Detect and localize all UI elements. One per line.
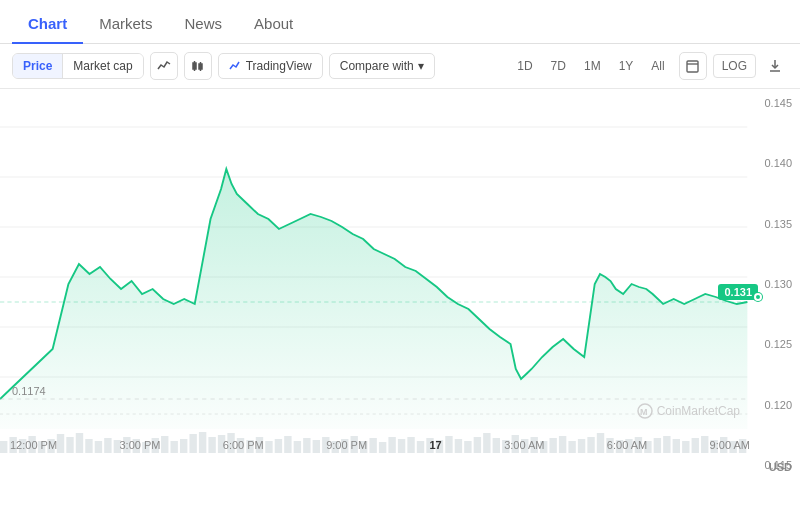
x-label-600am: 6:00 AM bbox=[607, 439, 647, 451]
price-dot bbox=[754, 293, 762, 301]
time-all[interactable]: All bbox=[643, 55, 672, 77]
time-1d[interactable]: 1D bbox=[509, 55, 540, 77]
line-chart-icon[interactable] bbox=[150, 52, 178, 80]
current-price-badge: 0.131 bbox=[718, 284, 758, 300]
tradingview-button[interactable]: TradingView bbox=[218, 53, 323, 79]
download-button[interactable] bbox=[762, 53, 788, 79]
time-7d[interactable]: 7D bbox=[543, 55, 574, 77]
price-marketcap-group: Price Market cap bbox=[12, 53, 144, 79]
price-chart bbox=[0, 89, 800, 479]
svg-rect-0 bbox=[193, 63, 196, 69]
time-period-group: 1D 7D 1M 1Y All bbox=[509, 55, 672, 77]
svg-rect-3 bbox=[199, 64, 202, 69]
x-label-17: 17 bbox=[430, 439, 442, 451]
low-price-label: 0.1174 bbox=[12, 385, 46, 397]
log-button[interactable]: LOG bbox=[713, 54, 756, 78]
chart-area: 0.145 0.140 0.135 0.130 0.125 0.120 0.11… bbox=[0, 89, 800, 479]
tab-news[interactable]: News bbox=[169, 5, 239, 44]
x-label-900pm: 9:00 PM bbox=[326, 439, 367, 451]
coinmarketcap-watermark: M CoinMarketCap bbox=[637, 403, 740, 419]
x-label-300am: 3:00 AM bbox=[504, 439, 544, 451]
compare-button[interactable]: Compare with ▾ bbox=[329, 53, 435, 79]
candle-chart-icon[interactable] bbox=[184, 52, 212, 80]
watermark-text: CoinMarketCap bbox=[657, 404, 740, 418]
time-1m[interactable]: 1M bbox=[576, 55, 609, 77]
chevron-down-icon: ▾ bbox=[418, 59, 424, 73]
svg-rect-6 bbox=[687, 61, 698, 72]
tab-chart[interactable]: Chart bbox=[12, 5, 83, 44]
time-1y[interactable]: 1Y bbox=[611, 55, 642, 77]
fullscreen-icon[interactable] bbox=[679, 52, 707, 80]
x-label-600pm: 6:00 PM bbox=[223, 439, 264, 451]
tradingview-label: TradingView bbox=[246, 59, 312, 73]
chart-toolbar: Price Market cap TradingView Compare wit… bbox=[0, 44, 800, 89]
compare-label: Compare with bbox=[340, 59, 414, 73]
tab-markets[interactable]: Markets bbox=[83, 5, 168, 44]
usd-label: USD bbox=[769, 461, 792, 473]
x-label-900am: 9:00 AM bbox=[710, 439, 750, 451]
price-button[interactable]: Price bbox=[13, 54, 63, 78]
x-axis-labels: 12:00 PM 3:00 PM 6:00 PM 9:00 PM 17 3:00… bbox=[10, 439, 750, 451]
marketcap-button[interactable]: Market cap bbox=[63, 54, 142, 78]
nav-tabs: Chart Markets News About bbox=[0, 0, 800, 44]
tab-about[interactable]: About bbox=[238, 5, 309, 44]
svg-text:M: M bbox=[640, 407, 648, 417]
x-label-300pm: 3:00 PM bbox=[119, 439, 160, 451]
svg-rect-19 bbox=[0, 441, 7, 453]
x-label-1200pm: 12:00 PM bbox=[10, 439, 57, 451]
